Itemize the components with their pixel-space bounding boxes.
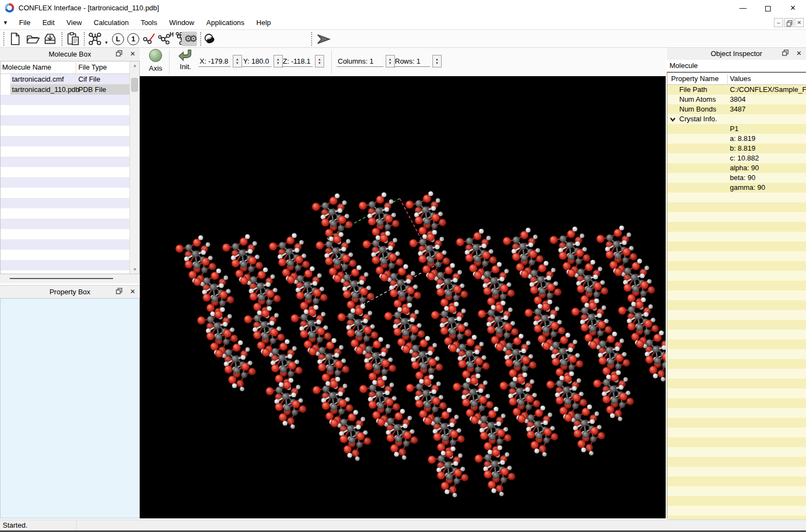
property-row[interactable]: gamma: 90 [667,183,806,193]
property-value-cell[interactable]: P1 [730,124,739,134]
property-name-cell[interactable]: Crystal Info. [679,114,717,124]
property-value-cell[interactable]: gamma: 90 [730,183,765,193]
init-button[interactable]: Init. [173,49,197,71]
column-header-values[interactable]: Values [730,75,751,83]
minimize-button[interactable]: — [731,0,755,16]
property-row[interactable]: c: 10.882 [667,153,806,163]
property-row[interactable]: Crystal Info. [667,114,806,124]
new-file-button[interactable] [8,32,23,46]
z-rotation-value[interactable]: Z: -118.1 [282,56,313,67]
columns-spinner[interactable]: Columns: 1 ▲▼ [337,55,395,67]
z-spin-buttons[interactable]: ▲▼ [315,55,324,67]
scroll-up-arrow[interactable]: ▲ [130,63,140,68]
property-box-float-button[interactable] [116,288,123,295]
object-inspector-tab[interactable]: Molecule [667,60,806,72]
toolbar-drag-handle[interactable] [84,32,85,46]
property-row[interactable]: beta: 90 [667,173,806,183]
property-value-cell[interactable]: b: 8.819 [730,144,755,153]
toolbar-drag-handle[interactable] [61,32,63,46]
property-value-cell[interactable]: c: 10.882 [730,153,759,163]
menu-item-window[interactable]: Window [163,16,200,30]
property-row[interactable]: b: 8.819 [667,144,806,153]
menu-item-help[interactable]: Help [250,16,277,30]
hscroll-thumb[interactable] [10,278,113,279]
property-row[interactable]: Num Bonds3487 [667,104,806,114]
property-name-cell[interactable]: File Path [679,85,707,95]
property-row[interactable]: Num Atoms3804 [667,95,806,104]
property-value-cell[interactable]: a: 8.819 [730,134,755,144]
mdi-restore-button[interactable] [784,18,793,27]
molecule-table-vscrollbar[interactable]: ▲ ▼ [129,61,139,274]
vscroll-thumb[interactable] [131,78,138,92]
chevron-down-icon[interactable] [669,115,676,123]
system-menu-icon[interactable]: ▼ [3,20,8,26]
z-rotation-spinner[interactable]: Z: -118.1 ▲▼ [282,55,324,67]
label-L-button[interactable]: L [111,32,125,46]
clean-sphere-button[interactable] [203,32,217,46]
mdi-close-button[interactable]: ✕ [795,18,804,27]
property-name-cell[interactable]: Num Bonds [679,104,716,114]
property-value-cell[interactable]: alpha: 90 [730,163,759,173]
rows-spinner[interactable]: Rows: 1 ▲▼ [394,55,442,67]
rows-spin-buttons[interactable]: ▲▼ [432,55,442,67]
property-row[interactable]: File PathC:/CONFLEX/Sample_Files/... [667,85,806,95]
molecule-name-cell[interactable]: tartronicacid_110.pdb [12,84,79,95]
label-number-button[interactable]: 1 [126,32,140,46]
paste-button[interactable] [65,32,82,46]
property-row[interactable]: a: 8.819 [667,134,806,144]
menu-item-view[interactable]: View [60,16,88,30]
menu-item-applications[interactable]: Applications [200,16,250,30]
settings-gears-button[interactable]: ⚙⚙ [182,32,197,46]
file-type-cell[interactable]: Cif File [78,74,100,84]
property-row[interactable]: P1 [667,124,806,134]
object-inspector-close-button[interactable]: ✕ [795,50,803,57]
property-box-close-button[interactable]: ✕ [129,288,137,295]
crystal-viewport-canvas[interactable] [140,76,666,518]
y-rotation-value[interactable]: Y: 180.0 [242,56,271,67]
column-divider[interactable] [76,63,76,73]
axis-button[interactable]: Axis [144,49,167,72]
maximize-button[interactable] [756,0,780,16]
crystal-viewport[interactable] [140,76,666,518]
measure-pen-button[interactable] [141,32,157,46]
table-row[interactable]: tartronicacid_110.pdbPDB File [1,84,129,95]
build-molecule-dropdown[interactable]: ▾ [103,32,109,46]
property-value-cell[interactable]: 3487 [730,104,746,114]
table-row[interactable]: tartronicacid.cmfCif File [1,74,129,84]
column-divider[interactable] [727,74,728,84]
molecule-table-hscrollbar[interactable] [0,274,140,283]
column-header-property-name[interactable]: Property Name [671,75,718,83]
import-file-button[interactable] [42,32,58,46]
x-spin-buttons[interactable]: ▲▼ [233,55,242,67]
molecule-box-float-button[interactable] [116,50,123,58]
property-name-cell[interactable]: Num Atoms [679,95,716,104]
scroll-down-arrow[interactable]: ▼ [130,267,140,272]
mdi-minimize-button[interactable]: – [774,18,783,27]
x-rotation-value[interactable]: X: -179.8 [199,56,231,67]
file-type-cell[interactable]: PDB File [78,84,106,95]
run-arrow-button[interactable] [315,32,332,46]
object-inspector-float-button[interactable] [782,50,790,57]
menu-item-tools[interactable]: Tools [135,16,163,30]
property-value-cell[interactable]: beta: 90 [730,173,755,183]
property-value-cell[interactable]: 3804 [730,95,746,104]
rows-value[interactable]: Rows: 1 [394,56,430,67]
add-hydrogen-button[interactable]: H [158,32,174,46]
column-header-molecule-name[interactable]: Molecule Name [2,63,51,71]
build-molecule-button[interactable] [87,32,103,46]
column-header-file-type[interactable]: File Type [78,63,107,71]
toolbar-drag-handle[interactable] [311,32,313,46]
open-file-button[interactable] [25,32,41,46]
menu-item-calculation[interactable]: Calculation [88,16,134,30]
close-button[interactable]: ✕ [781,0,805,16]
y-rotation-spinner[interactable]: Y: 180.0 ▲▼ [242,55,283,67]
molecule-name-cell[interactable]: tartronicacid.cmf [12,74,64,84]
menu-item-file[interactable]: File [13,16,36,30]
molecule-box-close-button[interactable]: ✕ [129,50,137,58]
property-value-cell[interactable]: C:/CONFLEX/Sample_Files/... [730,85,806,95]
property-row[interactable]: alpha: 90 [667,163,806,173]
x-rotation-spinner[interactable]: X: -179.8 ▲▼ [199,55,242,67]
menu-item-edit[interactable]: Edit [36,16,60,30]
toolbar-drag-handle[interactable] [3,32,5,46]
columns-value[interactable]: Columns: 1 [337,56,383,67]
